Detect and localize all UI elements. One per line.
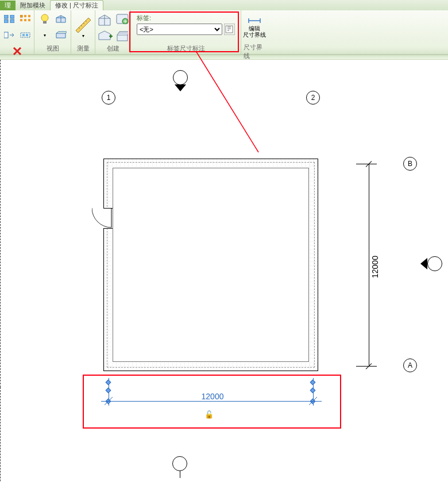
edit-witness-button[interactable]: 编辑 尺寸界线 bbox=[241, 11, 268, 43]
tab-modify-dimensions[interactable]: 修改 | 尺寸标注 bbox=[50, 0, 103, 10]
align-hor-icon[interactable] bbox=[2, 11, 17, 26]
svg-rect-4 bbox=[20, 15, 22, 17]
grid-bubble-1[interactable]: 1 bbox=[102, 91, 115, 105]
svg-line-25 bbox=[197, 53, 258, 152]
dim-tick-right-bot bbox=[365, 362, 373, 370]
dim-grip-3[interactable] bbox=[310, 380, 316, 385]
svg-marker-20 bbox=[175, 84, 186, 91]
delete-icon[interactable] bbox=[10, 44, 25, 59]
svg-rect-12 bbox=[22, 34, 25, 36]
svg-rect-9 bbox=[28, 19, 30, 21]
new-label-button[interactable] bbox=[224, 24, 235, 35]
door-swing-icon bbox=[92, 208, 113, 229]
section-mark-right[interactable] bbox=[419, 256, 442, 271]
svg-rect-13 bbox=[26, 34, 28, 36]
svg-line-22 bbox=[105, 397, 113, 405]
group-icon[interactable] bbox=[18, 28, 33, 43]
dim-tick-right-top bbox=[365, 160, 373, 168]
svg-line-23 bbox=[309, 397, 317, 405]
witness-line1: 编辑 bbox=[249, 25, 260, 32]
create-group-icon[interactable] bbox=[115, 11, 130, 26]
panel-title-create: 创建 bbox=[107, 44, 119, 54]
panel-measure: ▾ 测量 bbox=[71, 10, 95, 54]
highlight-dimension bbox=[83, 375, 341, 429]
dim-value-right[interactable]: 12000 bbox=[370, 256, 380, 278]
tab-truncated[interactable]: 理 bbox=[0, 1, 16, 10]
component-icon[interactable] bbox=[115, 29, 130, 44]
panel-view: ▾ 视图 bbox=[34, 10, 71, 54]
svg-rect-3 bbox=[10, 20, 14, 23]
ribbon: ▾ 视图 ▾ 测量 创建 bbox=[0, 10, 448, 55]
create-assembly-icon[interactable] bbox=[96, 29, 114, 43]
dim-line-bottom[interactable] bbox=[101, 401, 322, 402]
svg-rect-5 bbox=[24, 15, 26, 17]
section-mark-bottom[interactable] bbox=[172, 456, 187, 478]
panel-create: 创建 bbox=[95, 10, 131, 54]
svg-rect-7 bbox=[20, 19, 22, 21]
svg-rect-8 bbox=[24, 19, 26, 21]
dim-slash-left bbox=[105, 397, 113, 405]
dim-line-right[interactable] bbox=[369, 164, 369, 366]
dim-slash-right bbox=[309, 397, 317, 405]
annotation-arrow bbox=[195, 52, 270, 161]
grid-bubble-A[interactable]: A bbox=[403, 358, 417, 372]
measure-button[interactable]: ▾ bbox=[70, 12, 96, 43]
svg-rect-2 bbox=[4, 20, 8, 23]
witness-line2: 尺寸界线 bbox=[243, 32, 266, 38]
dim-grip-2[interactable] bbox=[106, 388, 111, 394]
dim-lock-icon[interactable]: 🔓 bbox=[204, 410, 214, 419]
box-icon[interactable] bbox=[53, 11, 68, 26]
panel-title-measure: 测量 bbox=[77, 44, 90, 54]
panel-basic bbox=[0, 10, 34, 54]
svg-marker-21 bbox=[420, 258, 427, 269]
insert-icon[interactable] bbox=[2, 28, 17, 43]
gridline-1[interactable] bbox=[0, 60, 1, 387]
svg-rect-15 bbox=[43, 21, 47, 24]
dim-grip-1[interactable] bbox=[106, 380, 111, 385]
drawing-canvas[interactable]: 1 2 B A 12000 12000 🔓 bbox=[0, 60, 448, 482]
create-family-icon[interactable] bbox=[96, 11, 114, 29]
svg-point-14 bbox=[41, 14, 48, 21]
svg-rect-6 bbox=[28, 15, 30, 17]
dim-value-bottom[interactable]: 12000 bbox=[195, 392, 230, 401]
box-plane-icon[interactable] bbox=[53, 28, 68, 43]
tab-addons[interactable]: 附加模块 bbox=[16, 1, 50, 10]
wall-core-dash bbox=[107, 162, 315, 368]
panel-title-view: 视图 bbox=[47, 44, 59, 54]
svg-rect-10 bbox=[4, 32, 8, 38]
gridline-2[interactable] bbox=[0, 387, 1, 482]
svg-rect-0 bbox=[4, 15, 8, 18]
svg-rect-18 bbox=[117, 35, 128, 41]
section-mark-top[interactable] bbox=[173, 70, 188, 92]
svg-rect-11 bbox=[21, 33, 30, 37]
grid-bubble-2[interactable]: 2 bbox=[306, 91, 320, 105]
label-caption: 标签: bbox=[137, 14, 235, 22]
panel-witness: 编辑 尺寸界线 尺寸界线 bbox=[241, 10, 268, 54]
light-bulb-icon[interactable] bbox=[37, 11, 52, 26]
panel-label-dimension: 标签: <无> 标签尺寸标注 bbox=[131, 10, 241, 54]
ribbon-tab-strip: 理 附加模块 修改 | 尺寸标注 ⏷ bbox=[0, 0, 448, 10]
svg-rect-1 bbox=[10, 15, 14, 18]
label-dropdown[interactable]: <无> bbox=[137, 24, 222, 35]
light-dropdown-icon[interactable]: ▾ bbox=[37, 28, 52, 43]
dim-grip-4[interactable] bbox=[310, 388, 316, 394]
grid-bubble-B[interactable]: B bbox=[403, 157, 417, 171]
array-icon[interactable] bbox=[18, 11, 33, 26]
